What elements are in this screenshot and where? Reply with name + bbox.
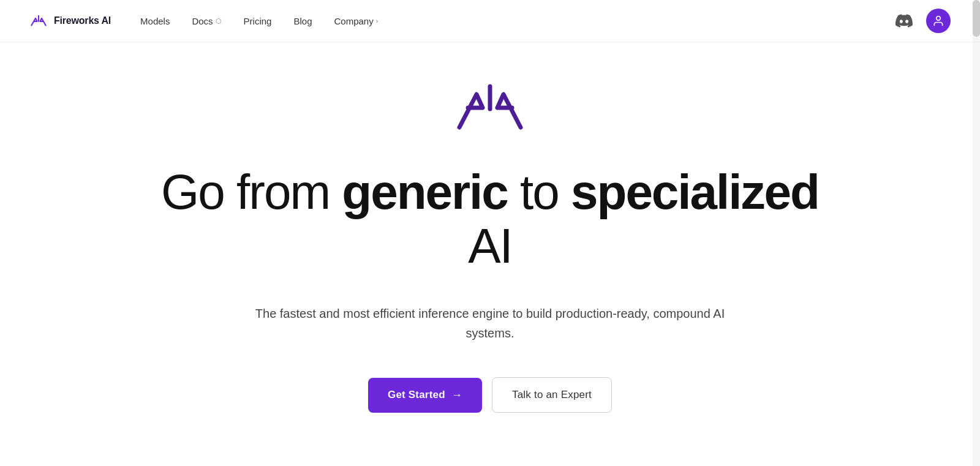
logo-text: Fireworks AI [54,15,111,26]
hero-title: Go from generic to specialized AI [153,165,827,273]
scrollbar[interactable] [973,0,980,466]
logo-icon [29,14,48,28]
external-link-icon: ⬡ [216,17,222,25]
nav-models[interactable]: Models [140,16,170,26]
chevron-right-icon: › [376,17,379,24]
svg-point-0 [937,17,941,21]
discord-icon [895,12,913,29]
hero-logo [441,83,539,135]
navbar: Fireworks AI Models Docs ⬡ Pricing Blog … [0,0,980,42]
user-icon [932,15,944,27]
hero-cta-buttons: Get Started → Talk to an Expert [368,377,612,413]
nav-docs[interactable]: Docs ⬡ [192,16,221,26]
get-started-button[interactable]: Get Started → [368,378,482,413]
navbar-right [892,9,951,33]
arrow-icon: → [451,389,462,402]
nav-links: Models Docs ⬡ Pricing Blog Company › [140,16,378,26]
nav-company[interactable]: Company › [334,16,378,26]
hero-logo-icon [441,83,539,132]
nav-pricing[interactable]: Pricing [244,16,272,26]
nav-blog[interactable]: Blog [293,16,312,26]
talk-to-expert-button[interactable]: Talk to an Expert [492,377,612,413]
hero-section: Go from generic to specialized AI The fa… [0,42,980,466]
user-account-button[interactable] [926,9,951,33]
discord-button[interactable] [892,9,916,33]
navbar-left: Fireworks AI Models Docs ⬡ Pricing Blog … [29,14,378,28]
logo[interactable]: Fireworks AI [29,14,111,28]
hero-subtitle: The fastest and most efficient inference… [245,304,735,343]
